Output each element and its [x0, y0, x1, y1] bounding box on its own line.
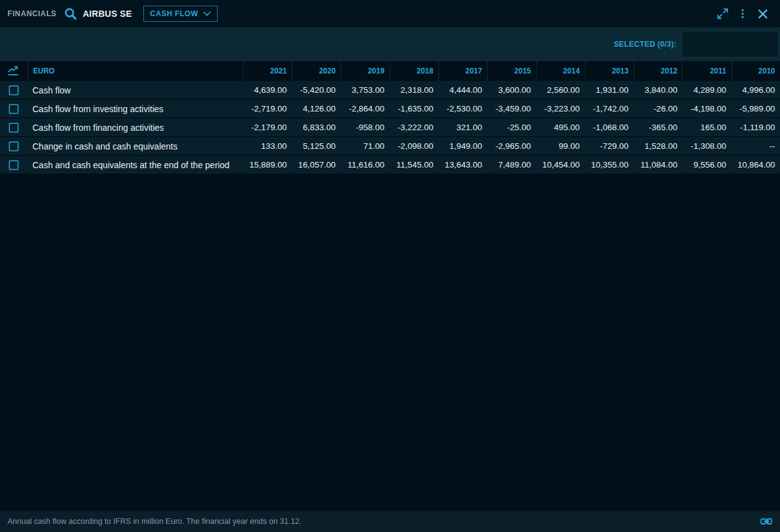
value-cell: 10,355.00	[585, 156, 633, 174]
value-cell: 321.00	[438, 118, 487, 136]
year-header: 2012	[633, 61, 682, 81]
row-label: Cash flow	[27, 81, 243, 99]
value-cell: -5,420.00	[292, 81, 340, 99]
value-cell: 13,643.00	[438, 156, 487, 174]
value-cell: 133.00	[243, 137, 292, 155]
value-cell: -958.00	[340, 118, 389, 136]
row-checkbox-cell	[0, 137, 27, 155]
line-chart-icon	[7, 65, 20, 77]
row-checkbox[interactable]	[9, 160, 19, 170]
year-header: 2021	[243, 61, 292, 81]
menu-button[interactable]	[734, 5, 751, 22]
kebab-menu-icon	[736, 7, 749, 20]
table-row: Cash flow4,639.00-5,420.003,753.002,318.…	[0, 81, 780, 100]
value-cell: 1,931.00	[585, 81, 633, 99]
value-cell: -365.00	[633, 118, 682, 136]
link-button[interactable]	[760, 517, 773, 526]
row-label: Cash flow from investing activities	[27, 100, 243, 118]
value-cell: -1,635.00	[390, 100, 438, 118]
row-checkbox[interactable]	[9, 123, 19, 133]
value-cell: 4,996.00	[731, 81, 780, 99]
value-cell: -3,222.00	[390, 118, 438, 136]
year-header: 2011	[682, 61, 731, 81]
value-cell: -25.00	[487, 118, 536, 136]
close-icon	[757, 8, 769, 20]
row-checkbox-cell	[0, 156, 27, 174]
selected-items-box	[683, 32, 778, 57]
table-row: Cash flow from investing activities-2,71…	[0, 100, 780, 118]
close-button[interactable]	[754, 5, 771, 22]
value-cell: -2,965.00	[487, 137, 536, 155]
value-cell: 4,639.00	[243, 81, 292, 99]
value-cell: -2,864.00	[340, 100, 389, 118]
selection-toolbar: SELECTED (0/3):	[0, 27, 780, 61]
company-name: AIRBUS SE	[83, 9, 132, 19]
chart-view-button[interactable]	[0, 65, 27, 77]
statement-dropdown-label: CASH FLOW	[150, 9, 198, 18]
value-cell: 4,444.00	[438, 81, 487, 99]
search-button[interactable]	[63, 6, 78, 21]
value-cell: 3,753.00	[340, 81, 389, 99]
row-checkbox[interactable]	[9, 141, 19, 151]
chevron-down-icon	[203, 11, 211, 16]
app-title: FINANCIALS	[7, 9, 57, 18]
value-cell: 16,057.00	[292, 156, 340, 174]
value-cell: -4,198.00	[682, 100, 731, 118]
value-cell: -1,742.00	[585, 100, 633, 118]
value-cell: 11,545.00	[390, 156, 438, 174]
year-header: 2014	[536, 61, 585, 81]
selected-count-label: SELECTED (0/3):	[614, 40, 676, 49]
statement-dropdown[interactable]: CASH FLOW	[143, 6, 218, 22]
table-row: Cash flow from financing activities-2,17…	[0, 118, 780, 137]
value-cell: -3,459.00	[487, 100, 536, 118]
value-cell: -2,098.00	[390, 137, 438, 155]
value-cell: -26.00	[633, 100, 682, 118]
row-checkbox-cell	[0, 100, 27, 118]
year-header: 2015	[487, 61, 536, 81]
value-cell: -729.00	[585, 137, 633, 155]
value-cell: 99.00	[536, 137, 585, 155]
value-cell: -1,068.00	[585, 118, 633, 136]
row-checkbox[interactable]	[9, 104, 19, 114]
year-header: 2017	[438, 61, 487, 81]
year-header: 2020	[292, 61, 340, 81]
expand-button[interactable]	[714, 5, 731, 22]
value-cell: 495.00	[536, 118, 585, 136]
value-cell: 4,289.00	[682, 81, 731, 99]
expand-icon	[716, 7, 729, 21]
currency-header: EURO	[27, 61, 243, 81]
row-label: Cash flow from financing activities	[27, 118, 243, 136]
value-cell: 11,616.00	[340, 156, 389, 174]
value-cell: -2,719.00	[243, 100, 292, 118]
value-cell: 1,528.00	[633, 137, 682, 155]
value-cell: 7,489.00	[487, 156, 536, 174]
table-body: Cash flow4,639.00-5,420.003,753.002,318.…	[0, 81, 780, 174]
value-cell: -1,119.00	[731, 118, 780, 136]
value-cell: 5,125.00	[292, 137, 340, 155]
row-label: Change in cash and cash equivalents	[27, 137, 243, 155]
link-icon	[760, 517, 773, 526]
value-cell: 71.00	[340, 137, 389, 155]
value-cell: 11,084.00	[633, 156, 682, 174]
value-cell: 3,840.00	[633, 81, 682, 99]
search-icon	[63, 6, 78, 21]
table-row: Change in cash and cash equivalents133.0…	[0, 137, 780, 156]
value-cell: 3,600.00	[487, 81, 536, 99]
value-cell: 15,889.00	[243, 156, 292, 174]
value-cell: 2,560.00	[536, 81, 585, 99]
table-row: Cash and cash equivalents at the end of …	[0, 156, 780, 174]
value-cell: 4,126.00	[292, 100, 340, 118]
row-checkbox-cell	[0, 81, 27, 99]
financials-window: FINANCIALS AIRBUS SE CASH FLOW	[0, 0, 780, 532]
value-cell: -2,179.00	[243, 118, 292, 136]
table-header: EURO 20212020201920182017201520142013201…	[0, 61, 780, 81]
value-cell: 9,556.00	[682, 156, 731, 174]
value-cell: -3,223.00	[536, 100, 585, 118]
footer: Annual cash flow according to IFRS in mi…	[0, 511, 780, 532]
value-cell: 2,318.00	[390, 81, 438, 99]
row-label: Cash and cash equivalents at the end of …	[27, 156, 243, 174]
value-cell: -5,989.00	[731, 100, 780, 118]
row-checkbox-cell	[0, 118, 27, 136]
value-cell: -1,308.00	[682, 137, 731, 155]
row-checkbox[interactable]	[9, 85, 19, 95]
